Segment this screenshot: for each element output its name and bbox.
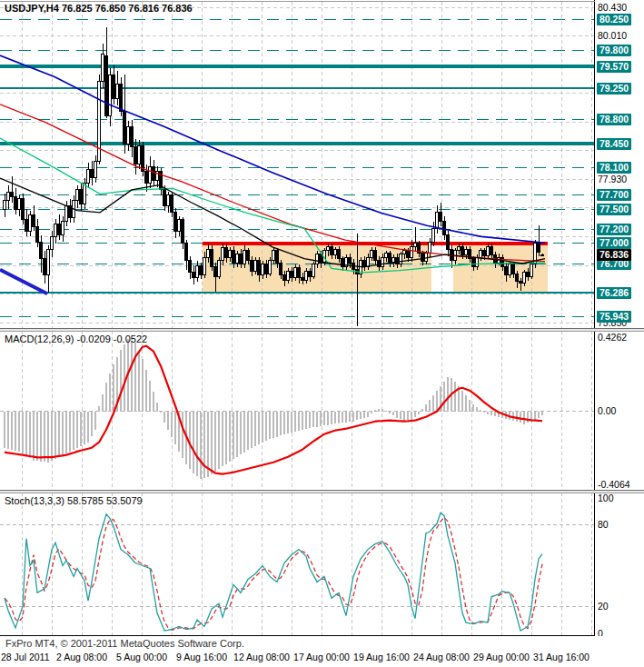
price-tick-label: 80.010 bbox=[598, 30, 627, 42]
price-level-label: 75.943 bbox=[597, 311, 631, 323]
price-level-label: 79.800 bbox=[597, 45, 631, 56]
price-level-label: 78.450 bbox=[597, 138, 631, 150]
price-tick-label: 77.930 bbox=[598, 174, 627, 185]
time-axis-label: 24 Aug 08:00 bbox=[413, 652, 470, 662]
time-axis-label: 17 Aug 00:00 bbox=[293, 652, 350, 662]
time-axis-label: 12 Aug 08:00 bbox=[233, 652, 290, 662]
stoch-indicator-label: Stoch(13,3,3) 58.5785 53.5079 bbox=[5, 495, 143, 506]
time-axis-label: 19 Aug 16:00 bbox=[353, 652, 410, 662]
time-axis-label: 29 Aug 00:00 bbox=[473, 652, 530, 662]
macd-tick-label: 0.4262 bbox=[598, 332, 627, 343]
price-level-label: 76.286 bbox=[597, 287, 631, 299]
mt4-chart-window: USDJPY,H4 76.825 76.850 76.816 76.836 MA… bbox=[0, 0, 644, 667]
current-price-label: 76.836 bbox=[597, 249, 631, 261]
stoch-tick-label: 80 bbox=[598, 519, 609, 531]
price-level-label: 77.200 bbox=[597, 224, 631, 235]
stoch-tick-label: 20 bbox=[598, 601, 609, 612]
price-level-label: 79.250 bbox=[597, 83, 631, 95]
price-level-label: 80.250 bbox=[597, 14, 631, 25]
pane-separator-macd[interactable] bbox=[0, 328, 644, 332]
price-level-label: 77.700 bbox=[597, 189, 631, 201]
price-axis[interactable]: 80.43080.01077.93075.85080.25079.80079.5… bbox=[596, 0, 644, 636]
stoch-layer bbox=[0, 513, 595, 631]
macd-indicator-label: MACD(12,26,9) -0.0209 -0.0522 bbox=[5, 334, 147, 344]
pane-separator-stoch[interactable] bbox=[0, 490, 644, 493]
copyright-text: FxPro MT4, © 2001-2011 MetaQuotes Softwa… bbox=[5, 638, 244, 649]
stoch-tick-label: 100 bbox=[598, 493, 614, 504]
price-level-label: 79.570 bbox=[597, 61, 631, 73]
time-axis-label: 2 Aug 08:00 bbox=[56, 652, 107, 662]
time-axis-label: 31 Aug 16:00 bbox=[533, 652, 590, 662]
price-level-label: 77.500 bbox=[597, 204, 631, 215]
time-axis-label: 9 Aug 16:00 bbox=[176, 652, 227, 662]
chart-canvas[interactable] bbox=[0, 0, 595, 636]
chart-title: USDJPY,H4 76.825 76.850 76.816 76.836 bbox=[5, 3, 193, 14]
macd-layer bbox=[0, 339, 595, 479]
grid-layer bbox=[0, 2, 595, 635]
price-level-label: 78.100 bbox=[597, 162, 631, 174]
macd-tick-label: 0.00 bbox=[598, 405, 616, 417]
time-axis-label: 5 Aug 00:00 bbox=[116, 652, 167, 662]
price-level-label: 77.000 bbox=[597, 237, 631, 249]
pane-borders bbox=[0, 0, 595, 636]
time-axis[interactable]: FxPro MT4, © 2001-2011 MetaQuotes Softwa… bbox=[0, 636, 644, 667]
time-axis-label: 28 Jul 2011 bbox=[1, 652, 50, 662]
price-tick-label: 80.430 bbox=[598, 2, 627, 14]
price-level-label: 78.800 bbox=[597, 114, 631, 125]
